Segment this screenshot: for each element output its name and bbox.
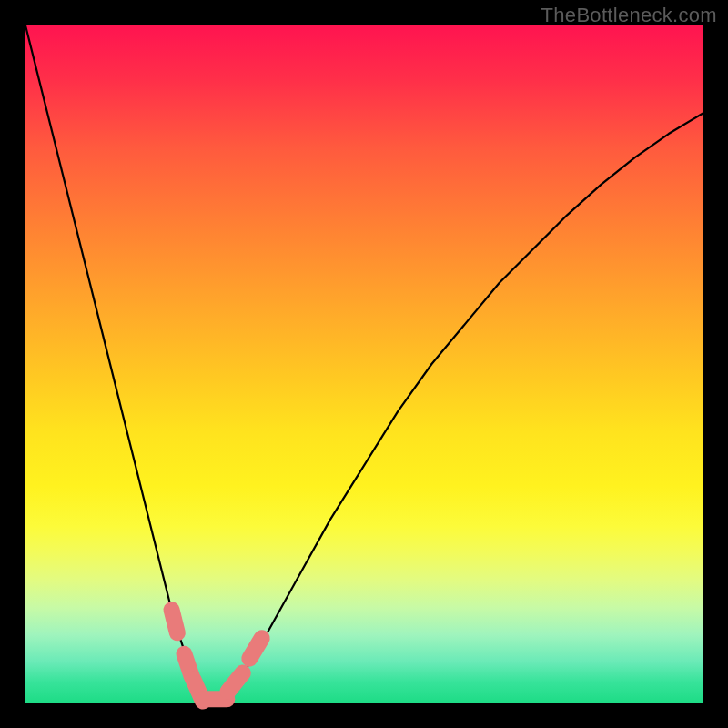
- curve-marker: [249, 638, 261, 658]
- chart-frame: TheBottleneck.com: [0, 0, 728, 728]
- marker-group: [172, 610, 262, 701]
- curve-marker: [172, 610, 177, 632]
- watermark-text: TheBottleneck.com: [541, 4, 717, 27]
- chart-plot-area: [25, 25, 703, 703]
- chart-svg: [25, 25, 703, 703]
- curve-marker: [228, 673, 243, 692]
- bottleneck-curve: [25, 25, 703, 699]
